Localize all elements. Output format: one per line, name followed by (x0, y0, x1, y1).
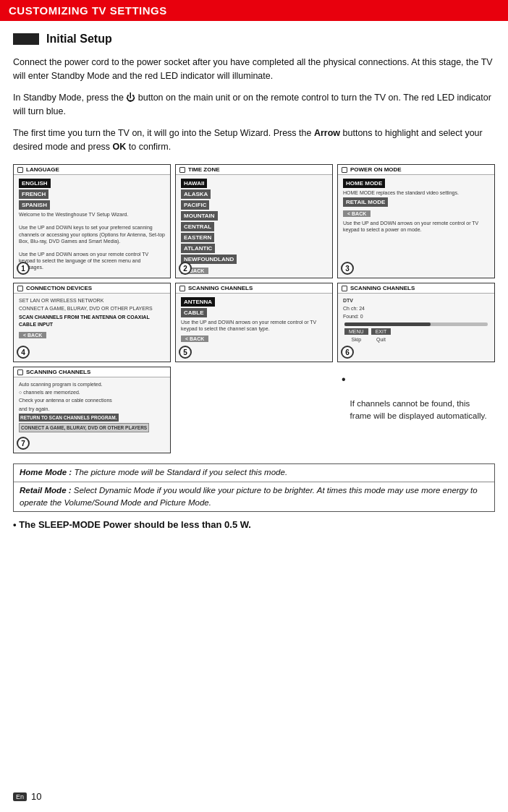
panel-7-title: SCANNING CHANNELS (26, 369, 90, 375)
panel-5-header: SCANNING CHANNELS (176, 283, 332, 294)
btn-exit[interactable]: EXIT (371, 328, 391, 335)
btn-antenna[interactable]: ANTENNA (181, 297, 215, 307)
panel-3-body: HOME MODE HOME MODE replaces the standar… (338, 175, 494, 236)
panel-3-icon (342, 167, 347, 173)
btn-retail-mode[interactable]: RETAIL MODE (343, 197, 388, 207)
panel-4-title: CONNECTION DEVICES (26, 285, 92, 291)
panel-6-found: Found: 0 (343, 313, 489, 320)
panel-5-icon (179, 286, 185, 291)
panel-6-progress-inner (344, 322, 431, 326)
panel-3-home-text: HOME MODE replaces the standard video se… (343, 189, 489, 196)
btn-connect-game[interactable]: CONNECT A GAME, BLURAY, DVD OR OTHER PLA… (19, 423, 149, 432)
btn-back-3[interactable]: < BACK (343, 210, 371, 217)
panel-1-title: LANGUAGE (26, 166, 59, 173)
btn-mountain[interactable]: MOUNTAIN (181, 211, 218, 221)
btn-central[interactable]: CENTRAL (181, 222, 214, 231)
panel-7: SCANNING CHANNELS Auto scanning program … (13, 367, 171, 453)
panel-6-exit-group: EXIT Quit (371, 328, 391, 344)
step-4-circle: 4 (17, 346, 30, 359)
panel-4-line2: CONNECT A GAME, BLURAY, DVD OR OTHER PLA… (19, 305, 165, 312)
label-skip: Skip (352, 336, 362, 343)
step-6-circle: 6 (341, 346, 354, 359)
page-content: Initial Setup Connect the power cord to … (0, 21, 508, 537)
info-table: Home Mode : The picture mode will be Sta… (13, 463, 495, 512)
label-quit: Quit (376, 336, 386, 343)
panel-2: TIME ZONE HAWAII ALASKA PACIFIC MOUNTAIN… (175, 164, 333, 278)
btn-hawaii[interactable]: HAWAII (181, 179, 207, 188)
bullet-note: • The SLEEP-MODE Power should be less th… (13, 519, 495, 530)
panel-1: LANGUAGE ENGLISH FRENCH SPANISH Welcome … (13, 164, 171, 278)
panel-6-body: DTV Ch ch: 24 Found: 0 MENU Skip EXIT Qu… (338, 294, 494, 348)
btn-return-scan[interactable]: RETURN TO SCAN CHANNELS PROGRAM. (19, 414, 119, 422)
panels-grid: LANGUAGE ENGLISH FRENCH SPANISH Welcome … (13, 164, 495, 362)
info-row-home: Home Mode : The picture mode will be Sta… (14, 464, 494, 482)
page-header: CUSTOMIZING TV SETTINGS (0, 0, 508, 21)
panel-6-header: SCANNING CHANNELS (338, 283, 494, 294)
lang-badge: En (13, 792, 27, 801)
btn-home-mode[interactable]: HOME MODE (343, 179, 385, 188)
panel-7-icon (17, 369, 23, 375)
panel-7-line2: ○ channels are memorized. (19, 389, 165, 396)
btn-menu[interactable]: MENU (344, 328, 368, 335)
panel-6-progress-bar (344, 322, 488, 326)
panel-2-body: HAWAII ALASKA PACIFIC MOUNTAIN CENTRAL E… (176, 175, 332, 278)
panel-7-body: Auto scanning program is completed. ○ ch… (14, 377, 170, 435)
panel-1-header: LANGUAGE (14, 165, 170, 175)
label-retail-mode: Retail Mode : (20, 486, 72, 495)
note-box: • If channels cannot be found, this fram… (337, 367, 495, 453)
btn-english[interactable]: ENGLISH (19, 179, 51, 188)
btn-alaska[interactable]: ALASKA (181, 189, 211, 199)
paragraph-2: In Standby Mode, press the ⏻ button on t… (13, 91, 495, 119)
panel-7-line1: Auto scanning program is completed. (19, 381, 165, 388)
note-text: If channels cannot be found, this frame … (350, 398, 491, 423)
panel-2-header: TIME ZONE (176, 165, 332, 175)
panel-6-subtitle: DTV (343, 297, 489, 304)
panel-4-line1: SET LAN OR WIRELESS NETWORK (19, 297, 165, 304)
info-row-retail: Retail Mode : Select Dynamic Mode if you… (14, 482, 494, 512)
panel-4-header: CONNECTION DEVICES (14, 283, 170, 294)
text-home-mode: The picture mode will be Standard if you… (74, 468, 287, 476)
panel-1-icon (17, 167, 23, 173)
panel-3-title: POWER ON MODE (350, 166, 402, 173)
panel-4-body: SET LAN OR WIRELESS NETWORK CONNECT A GA… (14, 294, 170, 341)
panel-1-text: Welcome to the Westinghouse TV Setup Wiz… (19, 211, 165, 270)
note-bullet: • (342, 371, 346, 388)
panel-6-icon (342, 286, 347, 291)
btn-french[interactable]: FRENCH (19, 189, 48, 199)
panel-2-icon (179, 167, 185, 173)
panel-1-body: ENGLISH FRENCH SPANISH Welcome to the We… (14, 175, 170, 274)
btn-spanish[interactable]: SPANISH (19, 200, 50, 210)
label-home-mode: Home Mode : (20, 468, 72, 476)
btn-cable[interactable]: CABLE (181, 308, 207, 317)
step-7-circle: 7 (17, 437, 30, 450)
btn-pacific[interactable]: PACIFIC (181, 200, 209, 210)
panel-5-text: Use the UP and DOWN arrows on your remot… (181, 319, 327, 332)
panel-3-retail-text: Use the UP and DOWN arrows on your remot… (343, 220, 489, 233)
page-number: 10 (31, 791, 41, 802)
panel-4-icon (17, 286, 23, 291)
panel-6: SCANNING CHANNELS DTV Ch ch: 24 Found: 0… (337, 283, 495, 362)
panel-5: SCANNING CHANNELS ANTENNA CABLE Use the … (175, 283, 333, 362)
btn-back-5[interactable]: < BACK (181, 336, 208, 342)
section-title: Initial Setup (13, 33, 495, 46)
panel-5-body: ANTENNA CABLE Use the UP and DOWN arrows… (176, 294, 332, 346)
panel-7-line4: and try again. (19, 406, 165, 412)
panel-4-line3: SCAN CHANNELS FROM THE ANTENNA OR COAXIA… (19, 314, 165, 327)
panel-6-btns: MENU Skip EXIT Quit (344, 328, 488, 344)
panel-6-chch: Ch ch: 24 (343, 305, 489, 312)
panel-4: CONNECTION DEVICES SET LAN OR WIRELESS N… (13, 283, 171, 362)
btn-eastern[interactable]: EASTERN (181, 233, 214, 242)
section-title-bar (13, 33, 39, 45)
panel-3-header: POWER ON MODE (338, 165, 494, 175)
panel-3: POWER ON MODE HOME MODE HOME MODE replac… (337, 164, 495, 278)
page-footer: En 10 (13, 791, 41, 802)
step-5-circle: 5 (179, 346, 192, 359)
btn-back-4[interactable]: < BACK (19, 332, 46, 338)
step-3-circle: 3 (341, 262, 354, 275)
panel-7-line3: Check your antenna or cable connections (19, 397, 165, 403)
spacer-col (175, 367, 333, 453)
paragraph-3: The first time you turn the TV on, it wi… (13, 127, 495, 155)
text-retail-mode: Select Dynamic Mode if you would like yo… (20, 486, 478, 507)
btn-atlantic[interactable]: ATLANTIC (181, 244, 215, 253)
panels-row2: SCANNING CHANNELS Auto scanning program … (13, 367, 495, 453)
